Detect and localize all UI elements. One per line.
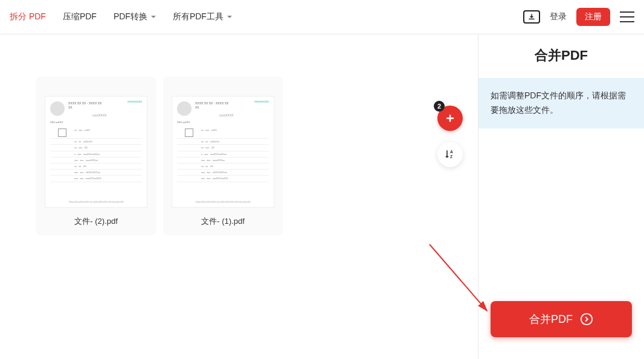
merge-pdf-button[interactable]: 合并PDF bbox=[491, 301, 632, 337]
file-thumbnails: XXXXXXXXX XXXX XX XX - XXXX XXXXxxxxXXXX… bbox=[36, 77, 442, 235]
svg-text:Z: Z bbox=[450, 154, 452, 159]
caret-down-icon bbox=[151, 16, 156, 18]
file-name: 文件- (2).pdf bbox=[74, 216, 118, 227]
info-box: 如需调整PDF文件的顺序，请根据需要拖放这些文件。 bbox=[478, 78, 644, 129]
file-card[interactable]: XXXXXXXXX XXXX XX XX - XXXX XXXXxxxxXXXX… bbox=[36, 77, 156, 235]
nav-split-pdf[interactable]: 拆分 PDF bbox=[10, 11, 46, 22]
sidebar: 合并PDF 如需调整PDF文件的顺序，请根据需要拖放这些文件。 合并PDF bbox=[478, 34, 644, 359]
nav-left: 拆分 PDF 压缩PDF PDF转换 所有PDF工具 bbox=[10, 11, 232, 22]
file-card[interactable]: XXXXXXXXX XXXX XX XX - XXXX XXXXxxxxXXXX… bbox=[163, 77, 283, 235]
nav-all-tools[interactable]: 所有PDF工具 bbox=[173, 11, 232, 22]
download-desktop-button[interactable] bbox=[523, 10, 540, 24]
sort-az-icon: A Z bbox=[444, 148, 456, 160]
nav-convert-pdf[interactable]: PDF转换 bbox=[114, 11, 156, 22]
sidebar-title: 合并PDF bbox=[478, 46, 644, 65]
file-name: 文件- (1).pdf bbox=[201, 216, 245, 227]
file-preview: XXXXXXXXX XXXX XX XX - XXXX XXXXxxxxXXXX… bbox=[172, 96, 274, 208]
register-button[interactable]: 注册 bbox=[576, 8, 610, 26]
nav-compress-pdf[interactable]: 压缩PDF bbox=[63, 11, 97, 22]
content-area: XXXXXXXXX XXXX XX XX - XXXX XXXXxxxxXXXX… bbox=[0, 34, 478, 359]
menu-button[interactable] bbox=[620, 11, 634, 22]
nav-right: 登录 注册 bbox=[523, 8, 634, 26]
float-buttons: 2 A Z bbox=[437, 106, 463, 167]
svg-point-2 bbox=[581, 314, 592, 325]
download-icon bbox=[527, 13, 536, 21]
sort-button[interactable]: A Z bbox=[437, 142, 463, 167]
caret-down-icon bbox=[227, 16, 232, 18]
arrow-right-circle-icon bbox=[580, 313, 593, 326]
header: 拆分 PDF 压缩PDF PDF转换 所有PDF工具 登录 注册 bbox=[0, 0, 644, 34]
action-label: 合并PDF bbox=[529, 312, 573, 326]
svg-text:A: A bbox=[450, 150, 453, 154]
file-count-badge: 2 bbox=[434, 101, 445, 112]
login-link[interactable]: 登录 bbox=[550, 11, 567, 22]
file-preview: XXXXXXXXX XXXX XX XX - XXXX XXXXxxxxXXXX… bbox=[45, 96, 147, 208]
plus-icon bbox=[444, 112, 456, 124]
main: XXXXXXXXX XXXX XX XX - XXXX XXXXxxxxXXXX… bbox=[0, 34, 644, 359]
add-file-button[interactable]: 2 bbox=[437, 106, 463, 131]
